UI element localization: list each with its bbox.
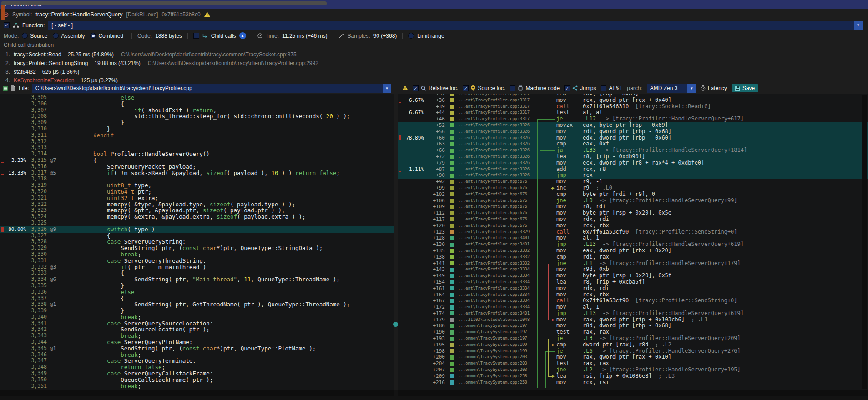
asm-row[interactable]: +79...ent\TracyProfiler.cpp:3326movecx, …	[398, 160, 868, 166]
asm-row[interactable]: +195...ommon\TracySystem.cpp:199cmpdword…	[398, 342, 868, 348]
source-horizontal-scrollbar[interactable]	[0, 390, 394, 396]
source-line[interactable]: 3,330 break;	[0, 251, 394, 258]
source-line[interactable]: 3,325	[0, 220, 394, 226]
latency-toggle[interactable]: Latency	[701, 85, 727, 91]
source-line[interactable]: 3,331 case ServerQueryThreadString:	[0, 258, 394, 264]
source-line[interactable]: 3,350 QueueCallstackFrame( ptr );	[0, 377, 394, 383]
asm-row[interactable]: +149...ent\TracyProfiler.cpp:3334movbyte…	[398, 273, 868, 279]
asm-vertical-scrollbar[interactable]	[862, 95, 867, 389]
asm-row[interactable]: +138...ent\TracyProfiler.cpp:3332cmprdi,…	[398, 254, 868, 260]
asm-row[interactable]: +128...ent\TracyProfiler.cpp:3401moval, …	[398, 235, 868, 241]
source-line[interactable]: 3,323 memcpy( &ptr, &payload.ptr, sizeof…	[0, 207, 394, 214]
source-line[interactable]: 3,336 else	[0, 289, 394, 295]
source-line[interactable]: 3,307 if( shouldExit ) return;	[0, 107, 394, 114]
att-toggle[interactable]: AT&T	[601, 85, 622, 91]
source-line[interactable]: 3,333 {	[0, 270, 394, 276]
asm-row[interactable]: +63...ent\TracyProfiler.cpp:3326cmpeax, …	[398, 141, 868, 147]
source-line[interactable]: 13.33%3,317@5 if( !m_sock->Read( &payloa…	[0, 170, 394, 176]
asm-row[interactable]: 6.67%+44...ent\TracyProfiler.cpp:3317tes…	[398, 110, 868, 116]
asm-row[interactable]: +164...ent\TracyProfiler.cpp:3334movrcx,…	[398, 292, 868, 298]
asm-row[interactable]: +112...ent\TracyProfiler.hpp:676movbyte …	[398, 210, 868, 216]
asm-row[interactable]: +154...ent\TracyProfiler.cpp:3334lear8, …	[398, 279, 868, 285]
source-line[interactable]: 3,339 }	[0, 308, 394, 314]
asm-row[interactable]: +56...ent\TracyProfiler.cpp:3326movrdi, …	[398, 129, 868, 135]
source-line[interactable]: 3,335 }	[0, 283, 394, 289]
source-line[interactable]: 3,305 else	[0, 95, 394, 101]
child-call-entry[interactable]: 3.stat64i32625 μs (1.36%)	[0, 68, 868, 75]
asm-row[interactable]: +161...ent\TracyProfiler.cpp:3334movrdx,…	[398, 285, 868, 292]
asm-row[interactable]: +109...ent\TracyProfiler.hpp:676movr8, r…	[398, 204, 868, 210]
chevron-down-icon[interactable]: ▼	[383, 84, 391, 93]
chevron-down-icon[interactable]: ▼	[854, 21, 863, 30]
asm-row[interactable]: +204...ommon\TracySystem.cpp:203testrax,…	[398, 360, 868, 367]
source-line[interactable]: 3,328 case ServerQueryString:	[0, 239, 394, 245]
source-line[interactable]: 3,340 break;	[0, 314, 394, 320]
propagate-up-button[interactable]: ▲	[239, 32, 246, 39]
source-line[interactable]: 3,313	[0, 145, 394, 151]
child-call-entry[interactable]: 2.tracy::Profiler::SendLongString19.88 m…	[0, 60, 868, 67]
source-line[interactable]: 3,346 break;	[0, 352, 394, 358]
asm-row[interactable]: +143...ent\TracyProfiler.cpp:3334movr9d,…	[398, 266, 868, 273]
asm-row[interactable]: +172...ent\TracyProfiler.cpp:3334moval, …	[398, 304, 868, 310]
asm-row[interactable]: +186...ommon\TracySystem.cpp:197movr8d, …	[398, 323, 868, 329]
source-pane[interactable]: 3,305 else3,306 {3,307 if( shouldExit ) …	[0, 94, 394, 390]
child-calls-checkbox[interactable]	[193, 33, 199, 39]
asm-row[interactable]: +99...ent\TracyProfiler.hpp:676incr9 ; .…	[398, 185, 868, 191]
asm-row[interactable]: +209...ommon\TracySystem.cpp:258learsi, …	[398, 373, 868, 380]
asm-row[interactable]: +190...ommon\TracySystem.cpp:197testrax,…	[398, 329, 868, 335]
source-line[interactable]: 3,320 uint64_t ptr;	[0, 189, 394, 195]
source-scrollbar-thumb[interactable]	[1, 1, 327, 5]
source-line[interactable]: 3,310 }	[0, 126, 394, 132]
uarch-combo[interactable]: AMD Zen 3 ▼	[647, 84, 696, 93]
limit-range-checkbox[interactable]	[408, 33, 414, 39]
source-line[interactable]: 3,324 memcpy( &extra, &payload.extra, si…	[0, 214, 394, 220]
function-combo[interactable]: [ - self - ] ▼	[48, 21, 863, 30]
source-line[interactable]: 3,322 memcpy( &type, &payload.type, size…	[0, 201, 394, 208]
asm-row[interactable]: +198...ommon\TracySystem.cpp:199je.L6 ->…	[398, 348, 868, 355]
source-line[interactable]: 3,344 case ServerQueryPlotName:	[0, 339, 394, 345]
source-line[interactable]: 3,327 {	[0, 233, 394, 239]
asm-row[interactable]: +72...ent\TracyProfiler.cpp:3326lear8, […	[398, 154, 868, 160]
asm-row[interactable]: +92...ent\TracyProfiler.hpp:676movr9, -1	[398, 179, 868, 185]
asm-row[interactable]: +130...ent\TracyProfiler.cpp:3401jmp.L13…	[398, 241, 868, 248]
chevron-down-icon[interactable]: ▼	[687, 84, 696, 93]
source-line[interactable]: 3,348 return false;	[0, 364, 394, 370]
asm-row[interactable]: +106...ent\TracyProfiler.hpp:676jne.L0 -…	[398, 198, 868, 204]
asm-row[interactable]: +117...ent\TracyProfiler.hpp:676movrdx, …	[398, 216, 868, 223]
source-line[interactable]: 3,347 case ServerQueryTerminate:	[0, 358, 394, 364]
source-line[interactable]: 80.00%3,326@9 switch( type )	[0, 226, 394, 233]
asm-row[interactable]: 78.89%+60...ent\TracyProfiler.cpp:3326mo…	[398, 135, 868, 141]
source-line[interactable]: 3,309 }	[0, 120, 394, 126]
source-line[interactable]: 3,319 uint8_t type;	[0, 182, 394, 189]
save-button[interactable]: Save	[732, 84, 758, 92]
source-line[interactable]: 3,349 case ServerQueryCallstackFrame:	[0, 370, 394, 377]
source-line[interactable]: 3,342 SendSourceLocation( ptr );	[0, 326, 394, 333]
source-line[interactable]: 3,321 uint32_t extra;	[0, 195, 394, 201]
source-line[interactable]: 3,337 {	[0, 295, 394, 302]
asm-row[interactable]: +120...ent\TracyProfiler.hpp:676movrcx, …	[398, 223, 868, 229]
source-line[interactable]: 3,343 break;	[0, 333, 394, 339]
source-line[interactable]: 3,341 case ServerQuerySourceLocation:	[0, 320, 394, 327]
asm-row[interactable]: +216...ommon\TracySystem.cpp:258movrcx, …	[398, 380, 868, 386]
asm-row[interactable]: +200...ommon\TracySystem.cpp:203movrax, …	[398, 354, 868, 360]
source-line[interactable]: 3,351 break;	[0, 383, 394, 390]
source-line[interactable]: 3,312	[0, 139, 394, 145]
source-line[interactable]: 3,306 {	[0, 101, 394, 107]
asm-row[interactable]: +179....31103\include\atomic:1048movrax,…	[398, 317, 868, 323]
asm-row[interactable]: +52...ent\TracyProfiler.cpp:3326movzxeax…	[398, 122, 868, 129]
source-line[interactable]: 3,345@1 SendString( ptr, (const char*)pt…	[0, 345, 394, 352]
jumps-toggle[interactable]: ✓ Jumps	[564, 85, 596, 91]
asm-row[interactable]: +39...ent\TracyProfiler.cpp:3317call0x7f…	[398, 104, 868, 110]
file-combo[interactable]: C:\Users\wolf\Desktop\darkrl\contrib\tra…	[32, 84, 391, 93]
asm-row[interactable]: +141...ent\TracyProfiler.cpp:3332jne.L1 …	[398, 260, 868, 267]
asm-row[interactable]: 1.11%+87...ent\TracyProfiler.cpp:3326add…	[398, 166, 868, 173]
source-line[interactable]: 3,316 ServerQueryPacket payload;	[0, 164, 394, 170]
asm-row[interactable]: +102...ent\TracyProfiler.hpp:676cmpbyte …	[398, 191, 868, 198]
pane-splitter[interactable]	[394, 94, 398, 390]
asm-row[interactable]: +193...ommon\TracySystem.cpp:197je.L3 ->…	[398, 335, 868, 342]
mode-radio-assembly[interactable]: Assembly	[53, 33, 85, 39]
source-line[interactable]: 3,332@3 if( ptr == m_mainThread )	[0, 264, 394, 270]
source-line[interactable]: 3,308 std::this_thread::sleep_for( std::…	[0, 113, 394, 120]
mode-radio-source[interactable]: Source	[22, 33, 47, 39]
source-line[interactable]: 3,318	[0, 176, 394, 182]
